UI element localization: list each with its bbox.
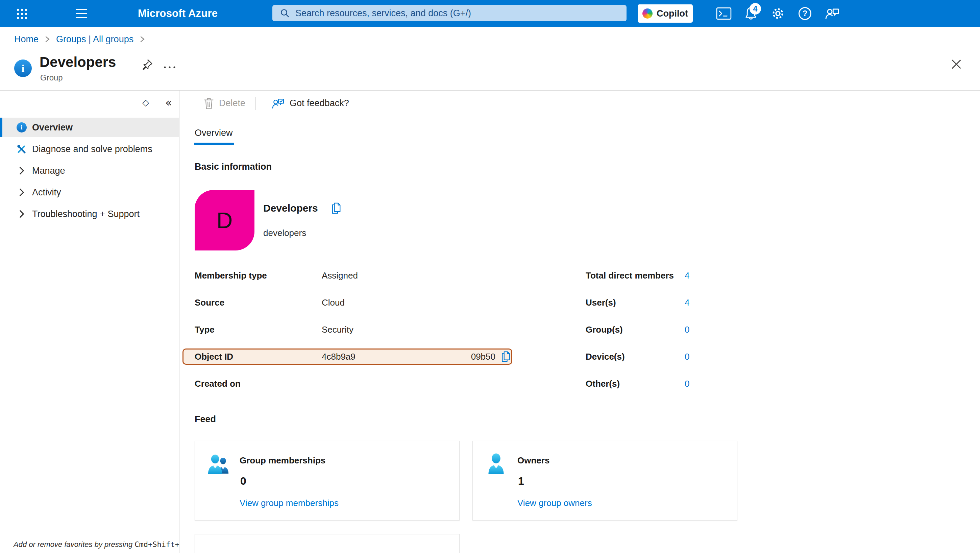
object-id-value: 4c8b9a9 [322,352,355,362]
group-name-block: Developers developers [263,190,342,250]
resize-menu-icon[interactable]: ◇ [139,95,152,110]
blade-body: ◇ « i Overview Diagnose and solve proble… [0,91,980,553]
more-options-icon[interactable] [163,62,177,72]
collapse-sidebar-icon[interactable]: « [162,95,175,110]
copilot-icon [643,8,652,19]
sidebar-item-label: Manage [32,166,65,176]
breadcrumb: Home Groups | All groups [0,27,980,51]
object-id-value-right: 09b50 [471,352,495,362]
page-header: i Developers Group [0,51,980,91]
field-groups: Group(s) 0 [585,316,980,343]
favorites-hint: Add or remove favorites by pressing Cmd+… [14,540,184,549]
card-title: Owners [517,455,549,466]
info-icon: i [16,122,27,133]
group-profile: D Developers developers [195,190,980,250]
app-launcher-icon[interactable] [16,8,28,20]
info-grid: Membership type Assigned Source Cloud Ty… [195,262,980,397]
sidebar-item-label: Activity [32,187,61,198]
field-type: Type Security [195,316,585,343]
group-name: Developers [263,202,318,214]
users-link[interactable]: 4 [685,298,689,308]
search-input[interactable] [295,8,620,19]
feed-cards: Group memberships 0 View group membershi… [195,441,980,521]
overview-content: Basic information D Developers developer… [180,162,980,553]
chevron-right-icon [16,187,27,198]
tab-row: Overview [194,128,980,145]
group-info-icon: i [14,59,32,77]
sidebar-item-overview[interactable]: i Overview [0,118,179,137]
feed-heading: Feed [195,414,980,425]
chevron-right-icon [16,165,27,176]
page-subtitle: Group [40,73,63,83]
chevron-right-icon [45,35,50,43]
tab-overview[interactable]: Overview [194,128,234,145]
sidebar: ◇ « i Overview Diagnose and solve proble… [0,91,180,553]
copilot-label: Copilot [657,8,688,19]
brand-title[interactable]: Microsoft Azure [138,0,218,27]
owner-icon [485,453,507,478]
notifications-icon[interactable]: 4 [737,0,764,27]
keyboard-shortcut: Cmd+Shift+F [135,540,184,548]
topbar-icon-group: 4 ? [710,0,845,27]
card-title: Group memberships [240,455,325,466]
sidebar-item-diagnose[interactable]: Diagnose and solve problems [0,139,179,159]
owners-card: Owners 1 View group owners [473,441,737,521]
sidebar-tools: ◇ « [139,95,175,110]
pin-icon[interactable] [141,58,153,73]
top-bar: Microsoft Azure Copilot 4 ? [0,0,980,27]
notification-badge: 4 [749,3,761,14]
feedback-icon[interactable] [818,0,845,27]
global-search[interactable] [272,5,627,21]
sidebar-item-activity[interactable]: Activity [0,183,179,202]
card-count: 1 [518,475,524,488]
page-title: Developers [40,54,116,70]
info-column-left: Membership type Assigned Source Cloud Ty… [195,262,585,397]
field-others: Other(s) 0 [585,370,980,397]
others-link[interactable]: 0 [685,379,689,389]
sidebar-item-troubleshooting[interactable]: Troubleshooting + Support [0,204,179,224]
field-membership-type: Membership type Assigned [195,262,585,289]
copy-icon[interactable] [331,202,342,214]
field-users: User(s) 4 [585,289,980,316]
breadcrumb-groups[interactable]: Groups | All groups [56,34,134,45]
view-group-owners-link[interactable]: View group owners [517,498,592,508]
groups-link[interactable]: 0 [685,325,689,335]
main-pane: Delete Got feedback? Overview Basic info… [180,91,980,553]
got-feedback-button[interactable]: Got feedback? [272,97,349,110]
group-memberships-card: Group memberships 0 View group membershi… [195,441,460,521]
field-source: Source Cloud [195,289,585,316]
trash-icon [204,98,214,109]
field-object-id: Object ID 4c8b9a9 09b50 [195,343,585,370]
field-created-on: Created on [195,370,585,397]
chevron-right-icon [16,209,27,219]
azure-portal: Microsoft Azure Copilot 4 ? [0,0,980,553]
group-alias: developers [263,228,342,238]
sidebar-item-label: Troubleshooting + Support [32,209,140,219]
delete-button[interactable]: Delete [204,98,245,109]
chevron-right-icon [140,35,145,43]
view-group-memberships-link[interactable]: View group memberships [240,498,339,508]
menu-icon[interactable] [76,8,88,19]
field-total-direct-members: Total direct members 4 [585,262,980,289]
copilot-button[interactable]: Copilot [638,5,693,23]
copy-icon[interactable] [501,351,511,362]
feedback-person-icon [272,97,285,110]
sidebar-item-manage[interactable]: Manage [0,161,179,180]
delete-label: Delete [219,98,245,108]
cloud-shell-icon[interactable] [710,0,737,27]
basic-information-heading: Basic information [195,162,980,172]
group-avatar: D [195,190,255,250]
sidebar-item-label: Diagnose and solve problems [32,144,153,155]
help-icon[interactable]: ? [791,0,818,27]
breadcrumb-home[interactable]: Home [14,34,38,45]
total-members-link[interactable]: 4 [685,271,689,281]
devices-link[interactable]: 0 [685,352,689,362]
tools-icon [16,143,27,155]
field-devices: Device(s) 0 [585,343,980,370]
info-column-right: Total direct members 4 User(s) 4 Group(s… [585,262,980,397]
settings-gear-icon[interactable] [764,0,791,27]
feedback-label: Got feedback? [290,98,349,108]
close-icon[interactable] [950,57,963,73]
partial-feed-card [195,534,460,553]
command-bar: Delete Got feedback? [194,91,966,116]
